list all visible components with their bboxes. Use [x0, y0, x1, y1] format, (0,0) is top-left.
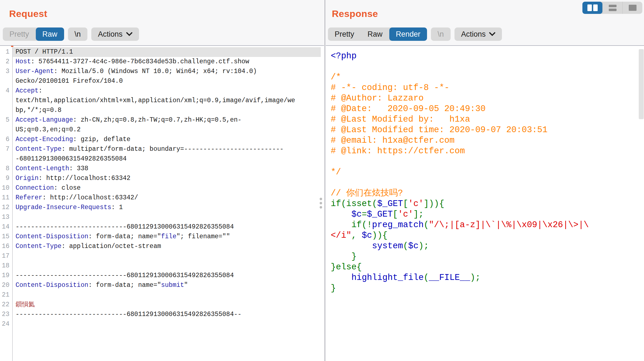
response-render-view[interactable]: <?php/*# -*- coding: utf-8 -*-# @Author:… — [326, 45, 644, 361]
request-line: 24 — [0, 319, 324, 329]
request-line-content — [12, 319, 321, 329]
tab-response-pretty[interactable]: Pretty — [328, 27, 361, 41]
line-number: 22 — [0, 300, 12, 310]
request-editor[interactable]: 1POST / HTTP/1.12Host: 57654411-3727-4c4… — [0, 45, 324, 361]
request-line: 4Accept: text/html,application/xhtml+xml… — [0, 86, 324, 115]
response-actions-button[interactable]: Actions — [454, 27, 502, 41]
layout-stacked-button[interactable] — [602, 2, 622, 14]
line-number: 19 — [0, 271, 12, 280]
single-layout-icon — [629, 5, 637, 11]
text-segment: /* — [331, 72, 341, 82]
text-segment: Content-Type — [16, 243, 62, 250]
scrollbar-thumb[interactable] — [639, 49, 644, 119]
text-segment: Accept-Language — [16, 116, 73, 124]
tab-response-newline[interactable]: \n — [431, 27, 451, 41]
response-code-line: } — [331, 251, 591, 262]
text-segment: Content-Type — [16, 146, 62, 153]
tab-response-render[interactable]: Render — [389, 27, 427, 41]
text-segment: # -*- coding: utf-8 -*- — [331, 83, 449, 92]
response-code-line: } — [331, 283, 591, 294]
text-segment: Origin — [16, 175, 39, 182]
text-segment: # @Last Modified time: 2020-09-07 20:03:… — [331, 125, 547, 135]
response-code-line: system($c); — [331, 241, 591, 251]
request-line-content: Upgrade-Insecure-Requests: 1 — [12, 203, 321, 212]
response-code-line: # @Last Modified time: 2020-09-07 20:03:… — [331, 125, 591, 135]
request-line: 17 — [0, 251, 324, 261]
response-tabs: Pretty Raw Render \n Actions — [328, 27, 644, 41]
text-segment: ( — [403, 241, 408, 251]
request-line-content: 鎻愪氦 — [12, 300, 321, 310]
response-code-line: <?php — [331, 51, 591, 61]
text-segment: : text/html,application/xhtml+xml,applic… — [16, 87, 295, 114]
text-segment: $_GET — [367, 209, 393, 219]
text-segment — [331, 241, 372, 251]
request-line: 10Connection: close — [0, 183, 324, 193]
text-segment: <?php — [331, 51, 357, 61]
response-code-line: $c=$_GET['c']; — [331, 209, 591, 220]
response-code-line: # @Last Modified by: h1xa — [331, 114, 591, 125]
text-segment: : form-data; name=" — [88, 233, 161, 240]
stacked-layout-icon — [609, 5, 617, 11]
request-line: 1POST / HTTP/1.1 — [0, 47, 324, 57]
chevron-down-icon — [489, 32, 495, 36]
response-code-line — [331, 156, 591, 167]
request-line-content: -----------------------------68011291300… — [12, 222, 321, 232]
text-segment — [331, 273, 351, 282]
text-segment: __FILE__ — [429, 273, 470, 282]
text-segment: POST / HTTP/1.1 — [16, 48, 73, 56]
request-actions-label: Actions — [98, 30, 123, 39]
line-number: 14 — [0, 222, 12, 232]
request-line: 16Content-Type: application/octet-stream — [0, 242, 324, 251]
text-segment: 'c' — [398, 209, 413, 219]
text-segment: Upgrade-Insecure-Requests — [16, 204, 111, 211]
request-line-content: Accept-Language: zh-CN,zh;q=0.8,zh-TW;q=… — [12, 115, 321, 135]
line-number: 16 — [0, 242, 12, 251]
text-segment: [ — [393, 209, 398, 219]
line-number: 5 — [0, 115, 12, 135]
text-segment: ); — [470, 273, 480, 282]
request-actions-button[interactable]: Actions — [91, 27, 139, 41]
request-line: 15Content-Disposition: form-data; name="… — [0, 232, 324, 242]
text-segment: ( — [424, 273, 429, 282]
request-line-content: POST / HTTP/1.1 — [12, 47, 321, 57]
panel-divider-handle[interactable] — [320, 198, 322, 209]
tab-response-raw[interactable]: Raw — [361, 27, 389, 41]
request-line-content: Host: 57654411-3727-4c4c-986e-7b6c834de5… — [12, 57, 321, 67]
request-line-content: Content-Disposition: form-data; name="fi… — [12, 232, 321, 242]
tab-request-newline[interactable]: \n — [68, 27, 88, 41]
response-code-line: # @email: h1xa@ctfer.com — [331, 135, 591, 146]
request-panel-head: Request Pretty Raw \n Actions — [0, 0, 324, 45]
request-line: 3User-Agent: Mozilla/5.0 (Windows NT 10.… — [0, 67, 324, 86]
tab-request-raw[interactable]: Raw — [36, 27, 64, 41]
text-segment — [331, 209, 351, 219]
request-line: 9Origin: http://localhost:63342 — [0, 174, 324, 183]
text-segment: Content-Length — [16, 165, 69, 172]
text-segment: $c — [408, 241, 418, 251]
text-segment: preg_match — [372, 220, 424, 230]
text-segment: $c — [362, 230, 372, 240]
request-line: 19-----------------------------680112913… — [0, 271, 324, 280]
text-segment: Accept-Encoding — [16, 136, 73, 143]
response-code: <?php/*# -*- coding: utf-8 -*-# @Author:… — [326, 46, 644, 294]
text-segment: if(isset( — [331, 199, 377, 209]
line-number: 23 — [0, 310, 12, 319]
text-segment: : gzip, deflate — [73, 136, 130, 143]
text-segment: [ — [403, 199, 408, 209]
response-code-line: highlight_file(__FILE__); — [331, 272, 591, 283]
line-number: 10 — [0, 183, 12, 193]
request-line: 2Host: 57654411-3727-4c4c-986e-7b6c834de… — [0, 57, 324, 67]
request-line: 8Content-Length: 338 — [0, 164, 324, 174]
text-segment: submit — [161, 282, 184, 289]
chevron-down-icon — [126, 32, 132, 36]
text-segment: Referer — [16, 194, 42, 201]
text-segment: # @email: h1xa@ctfer.com — [331, 136, 454, 145]
line-number: 20 — [0, 280, 12, 290]
text-segment: Content-Disposition — [16, 233, 88, 240]
request-tabs: Pretty Raw \n Actions — [3, 27, 324, 41]
layout-single-button[interactable] — [622, 2, 642, 14]
tab-request-pretty[interactable]: Pretty — [3, 27, 36, 41]
layout-columns-button[interactable] — [582, 2, 602, 14]
line-number: 9 — [0, 174, 12, 183]
line-number: 4 — [0, 86, 12, 115]
line-number: 21 — [0, 290, 12, 300]
